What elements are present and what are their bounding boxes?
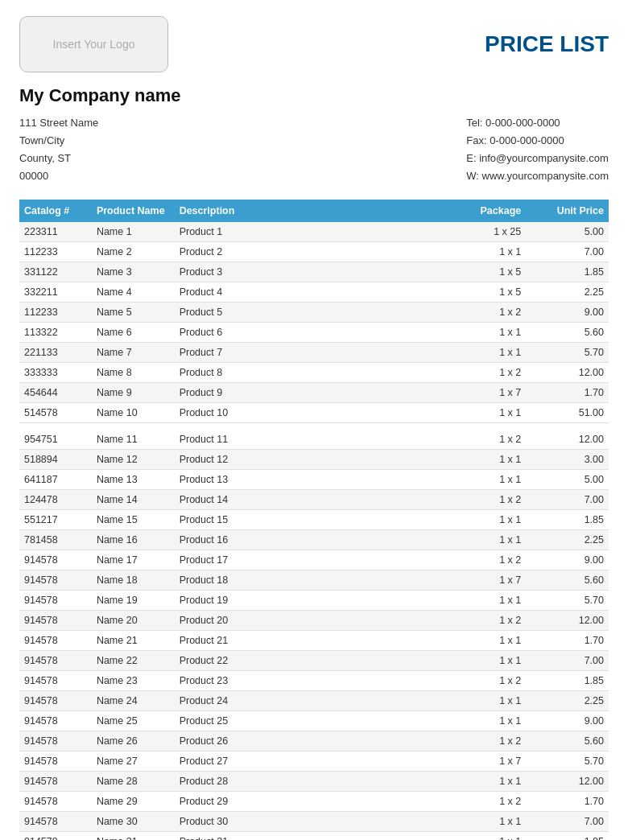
cell-catalog: 333333	[19, 363, 92, 383]
cell-package: 1 x 1	[444, 323, 527, 343]
cell-package: 1 x 7	[444, 570, 527, 591]
cell-package: 1 x 2	[444, 671, 527, 691]
cell-catalog: 914578	[19, 631, 92, 651]
cell-package: 1 x 2	[444, 363, 527, 383]
logo-placeholder[interactable]: Insert Your Logo	[19, 16, 168, 72]
cell-package: 1 x 1	[444, 343, 527, 363]
cell-description: Product 18	[175, 570, 444, 591]
cell-name: Name 19	[92, 591, 175, 611]
header-section: Insert Your Logo PRICE LIST	[19, 16, 609, 72]
tel: Tel: 0-000-000-0000	[466, 114, 609, 132]
cell-price: 7.00	[526, 812, 609, 832]
cell-name: Name 8	[92, 363, 175, 383]
logo-text: Insert Your Logo	[53, 38, 135, 51]
col-header-package: Package	[444, 200, 527, 222]
cell-description: Product 29	[175, 792, 444, 812]
cell-name: Name 16	[92, 530, 175, 550]
table-row: 331122Name 3Product 31 x 51.85	[19, 262, 609, 282]
cell-price: 5.00	[526, 222, 609, 242]
col-header-catalog: Catalog #	[19, 200, 92, 222]
cell-description: Product 13	[175, 470, 444, 490]
table-row: 914578Name 18Product 181 x 75.60	[19, 570, 609, 591]
cell-catalog: 221133	[19, 343, 92, 363]
cell-description: Product 24	[175, 691, 444, 711]
cell-price: 2.25	[526, 530, 609, 550]
cell-name: Name 28	[92, 772, 175, 792]
table-row: 551217Name 15Product 151 x 11.85	[19, 510, 609, 530]
cell-name: Name 11	[92, 430, 175, 450]
cell-catalog: 641187	[19, 470, 92, 490]
table-row: 914578Name 30Product 301 x 17.00	[19, 812, 609, 832]
cell-description: Product 21	[175, 631, 444, 651]
cell-price: 7.00	[526, 651, 609, 671]
cell-package: 1 x 2	[444, 550, 527, 570]
cell-price: 12.00	[526, 430, 609, 450]
cell-name: Name 18	[92, 570, 175, 591]
cell-price: 3.00	[526, 450, 609, 470]
cell-name: Name 7	[92, 343, 175, 363]
cell-description: Product 6	[175, 323, 444, 343]
table-row: 914578Name 23Product 231 x 21.85	[19, 671, 609, 691]
table-row: 914578Name 17Product 171 x 29.00	[19, 550, 609, 570]
cell-description: Product 27	[175, 751, 444, 772]
cell-description: Product 19	[175, 591, 444, 611]
table-row: 332211Name 4Product 41 x 52.25	[19, 282, 609, 303]
cell-package: 1 x 1	[444, 691, 527, 711]
table-row: 454644Name 9Product 91 x 71.70	[19, 383, 609, 403]
cell-price: 9.00	[526, 303, 609, 323]
cell-catalog: 914578	[19, 812, 92, 832]
cell-catalog: 914578	[19, 671, 92, 691]
cell-package: 1 x 2	[444, 611, 527, 631]
cell-name: Name 4	[92, 282, 175, 303]
cell-name: Name 1	[92, 222, 175, 242]
cell-description: Product 4	[175, 282, 444, 303]
cell-name: Name 21	[92, 631, 175, 651]
cell-catalog: 914578	[19, 570, 92, 591]
table-row: 641187Name 13Product 131 x 15.00	[19, 470, 609, 490]
website: W: www.yourcompanysite.com	[466, 167, 609, 185]
cell-package: 1 x 1	[444, 450, 527, 470]
table-row: 781458Name 16Product 161 x 12.25	[19, 530, 609, 550]
cell-catalog: 113322	[19, 323, 92, 343]
cell-price: 5.70	[526, 343, 609, 363]
cell-description: Product 15	[175, 510, 444, 530]
cell-name: Name 17	[92, 550, 175, 570]
cell-catalog: 331122	[19, 262, 92, 282]
table-row: 954751Name 11Product 111 x 212.00	[19, 430, 609, 450]
cell-name: Name 13	[92, 470, 175, 490]
cell-package: 1 x 1	[444, 530, 527, 550]
cell-price: 1.70	[526, 792, 609, 812]
price-list-title: PRICE LIST	[485, 31, 609, 57]
cell-description: Product 26	[175, 731, 444, 751]
cell-description: Product 12	[175, 450, 444, 470]
table-row: 124478Name 14Product 141 x 27.00	[19, 490, 609, 510]
table-row: 223311Name 1Product 11 x 255.00	[19, 222, 609, 242]
cell-price: 1.85	[526, 832, 609, 840]
cell-catalog: 914578	[19, 751, 92, 772]
cell-price: 12.00	[526, 772, 609, 792]
cell-catalog: 112233	[19, 242, 92, 262]
fax: Fax: 0-000-000-0000	[466, 132, 609, 150]
cell-catalog: 954751	[19, 430, 92, 450]
cell-package: 1 x 1	[444, 631, 527, 651]
cell-catalog: 914578	[19, 711, 92, 731]
address-block: 111 Street Name Town/City County, ST 000…	[19, 114, 98, 185]
cell-catalog: 124478	[19, 490, 92, 510]
table-row: 914578Name 28Product 281 x 112.00	[19, 772, 609, 792]
cell-name: Name 24	[92, 691, 175, 711]
cell-package: 1 x 5	[444, 262, 527, 282]
table-row: 514578Name 10Product 101 x 151.00	[19, 403, 609, 423]
cell-name: Name 5	[92, 303, 175, 323]
cell-price: 2.25	[526, 691, 609, 711]
cell-description: Product 20	[175, 611, 444, 631]
cell-package: 1 x 2	[444, 490, 527, 510]
cell-package: 1 x 1	[444, 591, 527, 611]
cell-package: 1 x 7	[444, 751, 527, 772]
cell-price: 1.85	[526, 671, 609, 691]
cell-catalog: 914578	[19, 772, 92, 792]
cell-catalog: 914578	[19, 611, 92, 631]
cell-price: 7.00	[526, 490, 609, 510]
table-row: 333333Name 8Product 81 x 212.00	[19, 363, 609, 383]
cell-name: Name 12	[92, 450, 175, 470]
cell-price: 5.70	[526, 751, 609, 772]
